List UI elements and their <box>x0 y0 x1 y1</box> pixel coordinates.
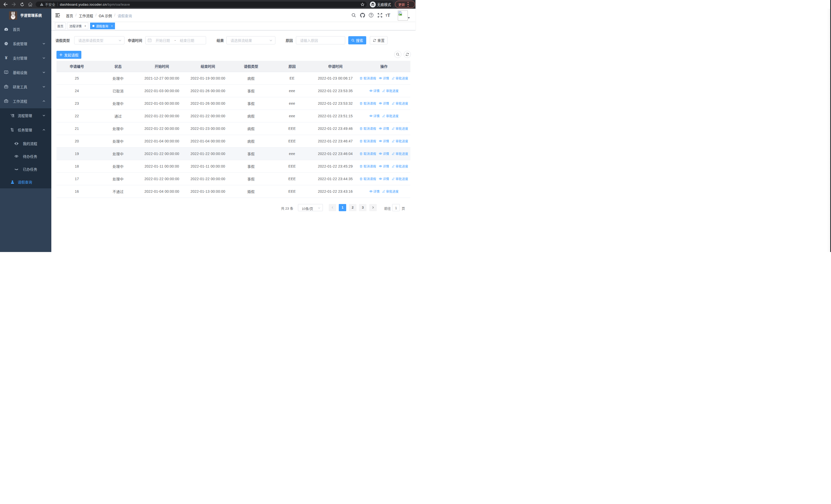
svg-text:T: T <box>387 12 390 18</box>
